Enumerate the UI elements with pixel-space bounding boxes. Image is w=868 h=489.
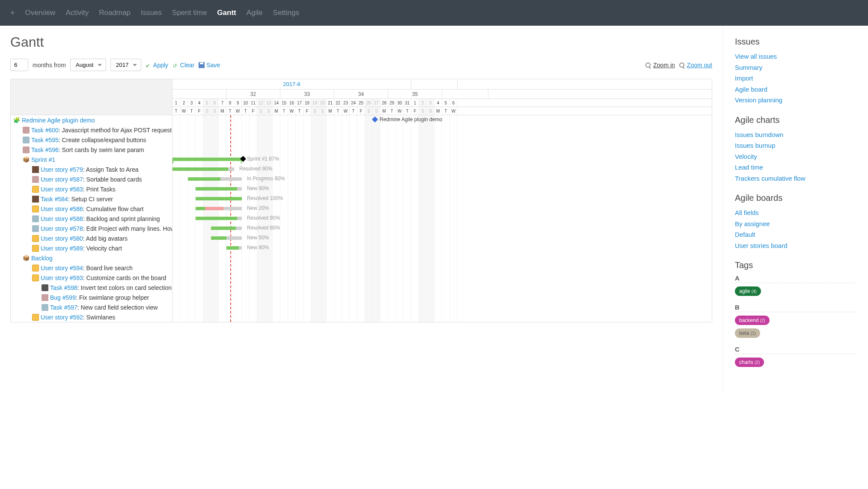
issue-link[interactable]: Task #595	[31, 137, 59, 143]
gantt-bar[interactable]: Sprint #1 87%	[172, 158, 242, 161]
issue-link[interactable]: User story #586	[41, 206, 83, 212]
issue-link[interactable]: User story #593	[41, 274, 83, 281]
sidebar-link[interactable]: Issues burndown	[735, 129, 856, 140]
issue-desc: : Javascript method for Ajax POST reques…	[59, 127, 172, 134]
nav-settings[interactable]: Settings	[273, 9, 299, 17]
issue-link[interactable]: Task #596	[31, 146, 59, 153]
bar-label: Resolved 90%	[247, 215, 280, 221]
gantt-row: Task #595: Create collapse/expand button…	[11, 135, 172, 145]
issue-link[interactable]: User story #588	[41, 215, 83, 222]
save-link[interactable]: Save	[199, 62, 220, 69]
tag[interactable]: agile (4)	[735, 286, 761, 296]
issue-link[interactable]: User story #578	[41, 225, 83, 232]
year-select[interactable]: 2017	[110, 59, 141, 71]
gantt-row: User story #593: Customize cards on the …	[11, 273, 172, 283]
sidebar-link[interactable]: Import	[735, 73, 856, 84]
issue-link[interactable]: Task #600	[31, 127, 59, 134]
nav-spent-time[interactable]: Spent time	[172, 9, 207, 17]
sidebar-link[interactable]: Agile board	[735, 84, 856, 95]
sidebar-link[interactable]: User stories board	[735, 240, 856, 251]
apply-link[interactable]: Apply	[146, 62, 168, 69]
gantt-row: Task #598: Invert text colors on card se…	[11, 283, 172, 292]
gantt-row: Task #596: Sort cards by swim lane param	[11, 145, 172, 155]
clear-link[interactable]: Clear	[172, 62, 194, 69]
sidebar-link[interactable]: Summary	[735, 62, 856, 73]
gantt-row: Backlog	[11, 253, 172, 263]
issue-desc: : Swimlanes	[83, 314, 115, 321]
gantt-row: Task #597: New card field selection view	[11, 302, 172, 312]
sidebar-link[interactable]: Issues burnup	[735, 140, 856, 151]
gantt-bar[interactable]: Resolved 90%	[196, 217, 242, 220]
add-icon[interactable]: +	[10, 9, 15, 18]
issue-link[interactable]: User story #579	[41, 166, 83, 173]
avatar-icon	[23, 127, 30, 134]
nav-overview[interactable]: Overview	[25, 9, 56, 17]
nav-gantt[interactable]: Gantt	[217, 9, 236, 17]
tag[interactable]: backend (2)	[735, 316, 770, 325]
zoom-out-link[interactable]: Zoom out	[679, 62, 712, 69]
issue-link[interactable]: User story #594	[41, 265, 83, 271]
sidebar-tags: Tags Aagile (4)Bbackend (2)beta (1)Cchar…	[735, 260, 856, 370]
box-icon	[32, 235, 39, 242]
issue-link[interactable]: Sprint #1	[31, 156, 55, 163]
issue-link[interactable]: Task #584	[41, 196, 68, 203]
issue-link[interactable]: Task #597	[50, 304, 77, 311]
issue-link[interactable]: User story #592	[41, 314, 83, 321]
gantt-row: Bug #599: Fix swimlane group helper	[11, 292, 172, 302]
gantt-bar[interactable]: Resolved 80%	[211, 227, 242, 230]
gantt-bar[interactable]: Resolved 100%	[196, 197, 242, 200]
pkg-icon	[23, 156, 30, 163]
prj-icon	[13, 117, 20, 124]
nav-activity[interactable]: Activity	[65, 9, 89, 17]
nav-issues[interactable]: Issues	[141, 9, 162, 17]
tag-letter: C	[735, 346, 856, 354]
gantt-bar[interactable]: New 80%	[226, 246, 242, 250]
bar-label: Resolved 80%	[247, 225, 280, 231]
box-icon	[32, 206, 39, 212]
issue-link[interactable]: Backlog	[31, 255, 53, 262]
gantt-row: Task #600: Javascript method for Ajax PO…	[11, 125, 172, 135]
issue-desc: : Create collapse/expand buttons	[59, 137, 146, 143]
issue-link[interactable]: User story #587	[41, 176, 83, 183]
sidebar-tags-title: Tags	[735, 260, 856, 270]
zoom-out-icon	[679, 63, 684, 68]
sidebar-link[interactable]: By assignee	[735, 218, 856, 230]
milestone-diamond[interactable]	[372, 116, 378, 122]
avatar-icon	[32, 176, 39, 183]
gantt-bar[interactable]: Resolved 90%	[172, 167, 234, 171]
issue-link[interactable]: Redmine Agile plugin demo	[22, 117, 95, 124]
gantt-bar[interactable]: New 50%	[211, 236, 242, 240]
box-icon	[32, 314, 39, 321]
zoom-in-link[interactable]: Zoom in	[645, 62, 675, 69]
issue-desc: : Print Tasks	[83, 186, 116, 193]
gantt-bar[interactable]: In Progress 60%	[188, 177, 242, 181]
months-input[interactable]	[10, 59, 28, 71]
sidebar-link[interactable]: Lead time	[735, 162, 856, 173]
gantt-row: User story #587: Sortable board cards	[11, 174, 172, 184]
issue-link[interactable]: User story #580	[41, 235, 83, 242]
issue-desc: : Edit Project with many lines. How …	[83, 225, 172, 232]
sidebar-link[interactable]: Trackers cumulative flow	[735, 173, 856, 184]
gantt-bar[interactable]: New 90%	[196, 187, 242, 191]
tag[interactable]: beta (1)	[735, 328, 760, 338]
nav-agile[interactable]: Agile	[247, 9, 263, 17]
issue-link[interactable]: Task #598	[50, 284, 77, 291]
gantt-row: User story #579: Assign Task to Area	[11, 164, 172, 174]
sidebar-link[interactable]: Default	[735, 229, 856, 240]
tag[interactable]: charts (2)	[735, 358, 764, 367]
month-select[interactable]: August	[70, 59, 106, 71]
sidebar-agile-boards: Agile boards All fieldsBy assigneeDefaul…	[735, 193, 856, 251]
av-img-icon	[32, 196, 39, 203]
sidebar-link[interactable]: All fields	[735, 207, 856, 218]
sidebar-link[interactable]: View all issues	[735, 51, 856, 62]
nav-roadmap[interactable]: Roadmap	[99, 9, 131, 17]
issue-link[interactable]: User story #589	[41, 245, 83, 252]
sidebar-link[interactable]: Version planning	[735, 95, 856, 106]
issue-link[interactable]: Bug #599	[50, 294, 76, 301]
gantt-bar[interactable]: New 20%	[196, 207, 242, 210]
issue-link[interactable]: User story #583	[41, 186, 83, 193]
sidebar-link[interactable]: Velocity	[735, 151, 856, 162]
issue-desc: : Backlog and sprint planning	[83, 215, 160, 222]
bar-label: Sprint #1 87%	[247, 156, 279, 162]
month-header[interactable]: 2017-8	[172, 79, 411, 89]
